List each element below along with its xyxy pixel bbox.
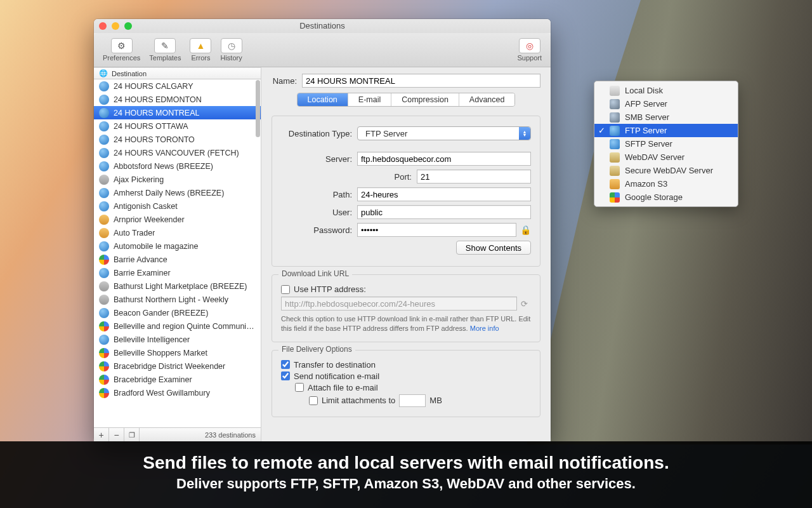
sidebar-header[interactable]: 🌐 Destination [94, 67, 261, 79]
list-item-label: 24 HOURS CALGARY [114, 82, 193, 91]
menu-item[interactable]: Secure WebDAV Server [594, 164, 738, 177]
http-address-field[interactable] [281, 297, 517, 311]
destinations-list[interactable]: 24 HOURS CALGARY24 HOURS EDMONTON24 HOUR… [94, 79, 261, 427]
limit-label-b: MB [429, 396, 442, 405]
globe-icon [99, 148, 109, 158]
menu-item-label: AFP Server [625, 99, 667, 109]
port-field[interactable] [417, 170, 531, 184]
list-item[interactable]: Amherst Daily News (BREEZE) [94, 186, 261, 199]
gray-icon [99, 295, 109, 305]
list-item[interactable]: 24 HOURS OTTAWA [94, 119, 261, 133]
clock-icon: ◷ [221, 38, 242, 53]
menu-item-label: WebDAV Server [625, 152, 684, 162]
server-type-icon [610, 152, 620, 163]
list-item-label: Amherst Daily News (BREEZE) [114, 189, 224, 197]
list-item-label: 24 HOURS VANCOUVER (FETCH) [114, 149, 239, 157]
add-button[interactable]: + [94, 428, 109, 441]
list-item[interactable]: 24 HOURS CALGARY [94, 79, 261, 93]
list-item[interactable]: 24 HOURS TORONTO [94, 133, 261, 146]
list-item[interactable]: Bradford West Gwillambury [94, 386, 261, 399]
list-item[interactable]: Belleville and region Quinte Communit… [94, 319, 261, 333]
menu-item-label: Secure WebDAV Server [625, 166, 713, 175]
multi-icon [99, 361, 109, 371]
user-field[interactable] [357, 205, 531, 219]
scrollbar[interactable] [256, 80, 260, 137]
path-field[interactable] [357, 187, 531, 201]
server-type-icon [610, 112, 620, 123]
templates-button[interactable]: ✎ Templates [145, 38, 185, 62]
list-item[interactable]: Bathurst Light Marketplace (BREEZE) [94, 279, 261, 293]
destination-type-menu[interactable]: Local DiskAFP ServerSMB ServerFTP Server… [594, 81, 738, 207]
use-http-label: Use HTTP address: [294, 284, 366, 294]
server-type-icon [610, 126, 620, 136]
list-item[interactable]: Barrie Advance [94, 253, 261, 266]
box-icon [99, 215, 109, 225]
list-item[interactable]: Abbotsford News (BREEZE) [94, 159, 261, 173]
globe-icon [99, 108, 109, 118]
dest-type-label: Destination Type: [281, 129, 357, 138]
list-item[interactable]: Bracebridge Examiner [94, 373, 261, 386]
limit-checkbox[interactable] [309, 396, 318, 405]
limit-mb-field[interactable] [399, 394, 426, 407]
list-item[interactable]: Arnprior Weekender [94, 213, 261, 226]
list-item[interactable]: 24 HOURS VANCOUVER (FETCH) [94, 146, 261, 159]
menu-item[interactable]: Amazon S3 [594, 177, 738, 190]
list-item[interactable]: Belleville Intelligencer [94, 333, 261, 346]
caption-line1: Send files to remote and local servers w… [0, 453, 812, 473]
errors-button[interactable]: ▲ Errors [186, 38, 215, 62]
menu-item[interactable]: AFP Server [594, 97, 738, 110]
list-item[interactable]: Auto Trader [94, 226, 261, 239]
server-type-icon [610, 192, 620, 203]
menu-item[interactable]: SMB Server [594, 110, 738, 124]
window-titlebar[interactable]: Destinations [94, 19, 551, 33]
globe-icon [99, 201, 109, 211]
tab-advanced[interactable]: Advanced [459, 93, 515, 106]
remove-button[interactable]: − [109, 428, 124, 441]
globe-icon [99, 268, 109, 278]
minimize-icon[interactable] [112, 22, 119, 30]
tab-location[interactable]: Location [298, 93, 348, 106]
server-field[interactable] [357, 152, 531, 166]
menu-item[interactable]: FTP Server [594, 124, 738, 137]
list-item[interactable]: Barrie Examiner [94, 266, 261, 279]
list-item[interactable]: Belleville Shoppers Market [94, 346, 261, 359]
dest-type-select[interactable]: FTP Server ▲▼ [357, 126, 531, 140]
more-info-link[interactable]: More info [470, 324, 499, 332]
notify-checkbox[interactable] [281, 371, 290, 380]
menu-item[interactable]: WebDAV Server [594, 150, 738, 164]
list-item[interactable]: Ajax Pickering [94, 173, 261, 186]
password-label: Password: [281, 225, 357, 235]
globe-icon [99, 121, 109, 131]
show-contents-button[interactable]: Show Contents [456, 241, 531, 255]
menu-item[interactable]: SFTP Server [594, 137, 738, 150]
pencil-icon: ✎ [154, 38, 176, 53]
menu-item[interactable]: Google Storage [594, 190, 738, 204]
list-item[interactable]: Bathurst Northern Light - Weekly [94, 293, 261, 306]
list-item[interactable]: Antigonish Casket [94, 199, 261, 213]
preferences-button[interactable]: ⚙︎ Preferences [99, 38, 144, 62]
gray-icon [99, 175, 109, 185]
duplicate-button[interactable]: ❐ [124, 428, 140, 441]
list-item[interactable]: 24 HOURS MONTREAL [94, 106, 261, 119]
close-icon[interactable] [99, 22, 107, 30]
menu-item-label: Google Storage [625, 192, 683, 202]
menu-item[interactable]: Local Disk [594, 84, 738, 97]
zoom-icon[interactable] [124, 22, 132, 30]
tab-compression[interactable]: Compression [391, 93, 459, 106]
list-item[interactable]: Automobile le magazine [94, 239, 261, 253]
history-button[interactable]: ◷ History [216, 38, 246, 62]
use-http-checkbox[interactable] [281, 285, 290, 294]
reload-icon[interactable]: ⟳ [517, 299, 531, 309]
password-field[interactable] [357, 223, 516, 237]
server-type-icon [610, 99, 620, 109]
globe-icon: 🌐 [99, 69, 108, 77]
support-button[interactable]: ◎ Support [513, 38, 546, 62]
list-item[interactable]: Beacon Gander (BREEZE) [94, 306, 261, 319]
attach-checkbox[interactable] [295, 383, 304, 392]
name-field[interactable] [302, 74, 540, 88]
list-item[interactable]: Bracebridge District Weekender [94, 359, 261, 373]
lock-icon[interactable]: 🔒 [520, 225, 531, 235]
transfer-checkbox[interactable] [281, 360, 290, 369]
list-item[interactable]: 24 HOURS EDMONTON [94, 93, 261, 106]
tab-email[interactable]: E-mail [348, 93, 391, 106]
